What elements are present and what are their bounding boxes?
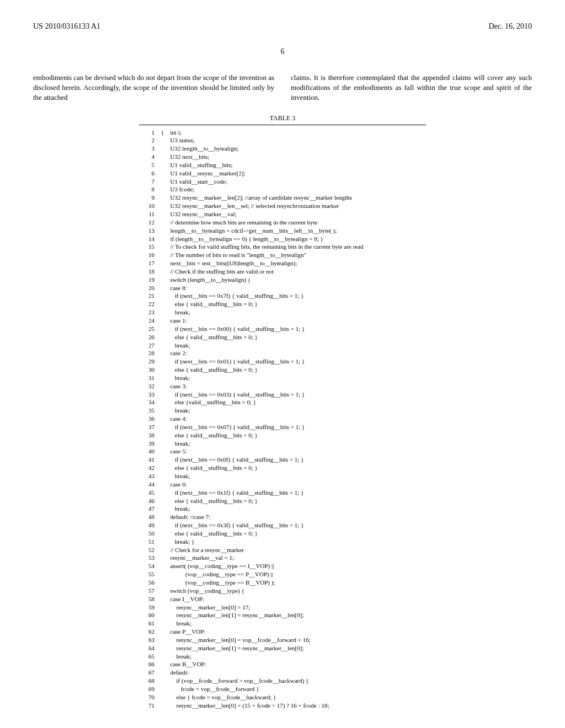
code-line: 23 break; — [139, 308, 426, 317]
line-text: // To check for valid stuffing bits, the… — [161, 243, 426, 251]
code-line: 17 next__bits = test__bits((U8)length__t… — [139, 259, 426, 267]
line-text: if (next__bits == 0x01) { valid__stuffin… — [161, 357, 426, 366]
line-number: 39 — [139, 440, 161, 448]
line-text: if (next__bits == 0x3f) { valid__stuffin… — [161, 521, 426, 529]
line-text: // Check if the stuffing bits are valid … — [161, 267, 426, 276]
code-line: 40 case 5: — [139, 447, 426, 456]
code-line: 59 resync__marker__len[0] = 17; — [139, 603, 426, 612]
line-text: case B__VOP: — [161, 660, 426, 668]
line-number: 67 — [139, 668, 161, 677]
code-line: 54 assert( (vop__coding__type == I__VOP)… — [139, 562, 426, 570]
line-number: 62 — [139, 628, 161, 636]
line-text: case 8: — [161, 284, 426, 292]
code-line: 18 // Check if the stuffing bits are val… — [139, 267, 426, 276]
line-text: break; — [161, 440, 426, 448]
line-text: next__bits = test__bits((U8)length__to__… — [161, 259, 426, 267]
line-number: 58 — [139, 595, 161, 603]
line-number: 20 — [139, 284, 161, 292]
code-line: 61 break; — [139, 619, 426, 628]
code-line: 20 case 8: — [139, 284, 426, 292]
code-listing: 1{ int i;2 U3 status;3 U32 length__to__b… — [139, 125, 426, 710]
line-number: 38 — [139, 431, 161, 440]
code-line: 35 break; — [139, 406, 426, 415]
code-line: 27 break; — [139, 341, 426, 350]
line-number: 14 — [139, 235, 161, 243]
line-text: case 6: — [161, 480, 426, 489]
line-text: // Check for a resync__marker — [161, 546, 426, 554]
line-text: case 3: — [161, 382, 426, 390]
code-line: 69 fcode = vop__fcode__forward } — [139, 685, 426, 693]
line-text: case 5: — [161, 447, 426, 456]
code-line: 68 if (vop__fcode__forward > vop__fcode_… — [139, 677, 426, 685]
line-text: case P__VOP: — [161, 628, 426, 636]
line-text: break; — [161, 374, 426, 382]
code-line: 48 default: //case 7: — [139, 513, 426, 521]
code-line: 66 case B__VOP: — [139, 660, 426, 668]
line-text: U1 valid__stuffing__bits; — [161, 161, 426, 169]
line-number: 34 — [139, 398, 161, 406]
line-number: 3 — [139, 144, 161, 153]
line-text: length__to__bytealign = cdcif->get__num_… — [161, 227, 426, 235]
line-text: default: — [161, 668, 426, 677]
line-number: 36 — [139, 415, 161, 423]
line-number: 7 — [139, 178, 161, 186]
line-number: 29 — [139, 357, 161, 366]
line-number: 64 — [139, 644, 161, 652]
line-text: U3 fcode; — [161, 185, 426, 194]
line-number: 30 — [139, 366, 161, 374]
line-number: 70 — [139, 693, 161, 702]
line-number: 22 — [139, 300, 161, 308]
line-text: break; — [161, 652, 426, 661]
code-line: 49 if (next__bits == 0x3f) { valid__stuf… — [139, 521, 426, 529]
code-line: 8 U3 fcode; — [139, 185, 426, 194]
line-text: default: //case 7: — [161, 513, 426, 521]
line-number: 49 — [139, 521, 161, 529]
code-line: 50 else { valid__stuffing__bits = 0; } — [139, 529, 426, 538]
line-number: 19 — [139, 276, 161, 284]
line-text: U3 status; — [161, 136, 426, 144]
page-number: 6 — [33, 47, 532, 56]
line-text: resync__marker__len[1] = resync__marker_… — [161, 644, 426, 652]
code-line: 21 if (next__bits == 0x7f) { valid__stuf… — [139, 292, 426, 300]
line-number: 2 — [139, 136, 161, 144]
line-text: else { valid__stuffing__bits = 0; } — [161, 366, 426, 374]
code-line: 12 // determine how much bits are remain… — [139, 218, 426, 227]
code-line: 43 break; — [139, 472, 426, 480]
code-line: 58 case I__VOP: — [139, 595, 426, 603]
code-line: 25 if (next__bits == 0x00) { valid__stuf… — [139, 325, 426, 333]
line-number: 6 — [139, 169, 161, 178]
line-number: 56 — [139, 579, 161, 587]
line-number: 54 — [139, 562, 161, 570]
line-number: 60 — [139, 611, 161, 619]
line-text: resync__marker__val = 1; — [161, 554, 426, 562]
line-text: resync__marker__len[0] = (15 + fcode > 1… — [161, 702, 426, 710]
code-line: 10 U32 resync__marker__len__sel; // sele… — [139, 202, 426, 210]
line-number: 37 — [139, 423, 161, 431]
line-text: if (length__to__bytealign == 0) { length… — [161, 235, 426, 243]
code-line: 14 if (length__to__bytealign == 0) { len… — [139, 235, 426, 243]
line-number: 1 — [139, 129, 161, 137]
line-number: 59 — [139, 603, 161, 612]
line-text: { int i; — [161, 129, 426, 137]
code-line: 41 if (next__bits == 0x0f) { valid__stuf… — [139, 456, 426, 464]
code-line: 29 if (next__bits == 0x01) { valid__stuf… — [139, 357, 426, 366]
code-line: 55 (vop__coding__type == P__VOP) || — [139, 570, 426, 579]
line-number: 33 — [139, 390, 161, 399]
line-text: break; } — [161, 538, 426, 546]
code-line: 53 resync__marker__val = 1; — [139, 554, 426, 562]
line-number: 50 — [139, 529, 161, 538]
line-number: 65 — [139, 652, 161, 661]
code-line: 57 switch (vop__coding__type) { — [139, 587, 426, 595]
publication-number: US 2010/0316133 A1 — [33, 22, 100, 31]
code-line: 62 case P__VOP: — [139, 628, 426, 636]
code-line: 44 case 6: — [139, 480, 426, 489]
line-text: // The number of bits to read is "length… — [161, 251, 426, 259]
line-text: fcode = vop__fcode__forward } — [161, 685, 426, 693]
line-number: 35 — [139, 406, 161, 415]
code-line: 15 // To check for valid stuffing bits, … — [139, 243, 426, 251]
line-text: U32 resync__marker__len[2]; //array of c… — [161, 194, 426, 202]
code-line: 65 break; — [139, 652, 426, 661]
line-number: 68 — [139, 677, 161, 685]
code-line: 5 U1 valid__stuffing__bits; — [139, 161, 426, 169]
code-line: 11 U32 resync__marker__val; — [139, 210, 426, 218]
